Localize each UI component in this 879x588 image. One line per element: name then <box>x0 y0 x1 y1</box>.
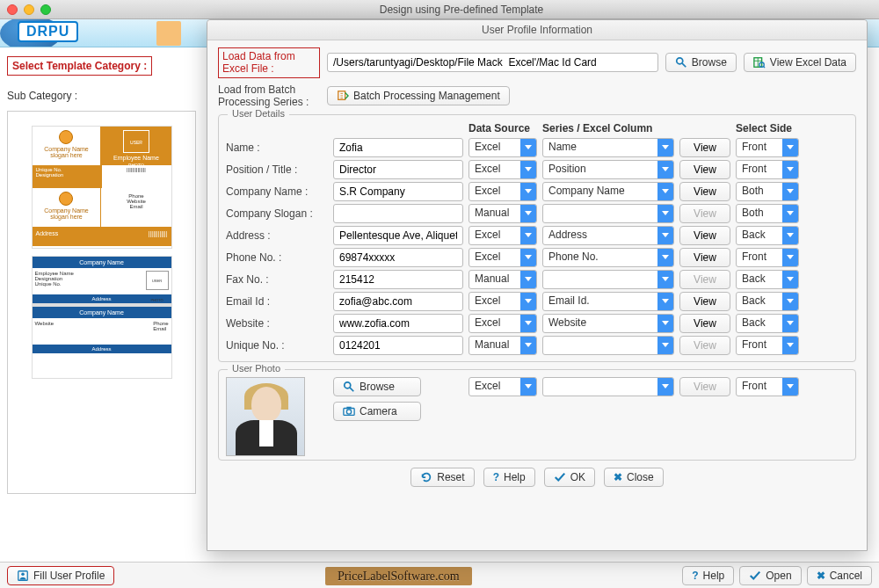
field-value-input[interactable] <box>333 336 463 355</box>
series-column-select[interactable] <box>542 270 674 289</box>
view-button: View <box>679 204 730 223</box>
data-source-select[interactable]: Manual <box>469 204 537 223</box>
template-preview-list[interactable]: Company Nameslogan here USER PHOTOEmploy… <box>7 111 196 494</box>
reset-button[interactable]: Reset <box>410 468 474 487</box>
tmpl-desig: Designation <box>36 172 98 178</box>
series-column-select[interactable]: Email Id. <box>542 292 674 311</box>
select-side-select[interactable]: Back <box>736 314 799 333</box>
footer-help-button[interactable]: ? Help <box>682 566 734 585</box>
data-source-select[interactable]: Excel <box>469 248 537 267</box>
field-value-input[interactable] <box>333 138 463 157</box>
detail-row: Position / Title :ExcelPositionViewFront <box>226 160 848 179</box>
svg-point-14 <box>21 572 25 576</box>
close-window-icon[interactable] <box>7 4 18 15</box>
close-button[interactable]: ✖ Close <box>604 468 664 487</box>
load-excel-label: Load Data from Excel File : <box>218 47 320 78</box>
select-side-select[interactable]: Front <box>736 160 799 179</box>
field-value-input[interactable] <box>333 314 463 333</box>
view-button[interactable]: View <box>679 314 730 333</box>
detail-row: Address :ExcelAddressViewBack <box>226 226 848 245</box>
detail-row: Email Id :ExcelEmail Id.ViewBack <box>226 292 848 311</box>
template-thumbnail-2[interactable]: Company Name Employee NameDesignationUni… <box>32 256 172 379</box>
minimize-window-icon[interactable] <box>24 4 34 15</box>
app-logo: DRPU <box>18 21 78 42</box>
field-label: Fax No. : <box>226 273 328 286</box>
select-side-select[interactable]: Back <box>736 226 799 245</box>
data-source-select[interactable]: Excel <box>469 314 537 333</box>
data-source-select[interactable]: Excel <box>469 226 537 245</box>
field-value-input[interactable] <box>333 270 463 289</box>
view-excel-data-button[interactable]: View Excel Data <box>744 53 856 72</box>
tmpl2-web: Website <box>35 321 54 326</box>
view-button: View <box>679 336 730 355</box>
select-side-select[interactable]: Front <box>736 138 799 157</box>
series-column-select[interactable] <box>542 336 674 355</box>
series-column-select[interactable]: Phone No. <box>542 248 674 267</box>
data-source-select[interactable]: Manual <box>469 270 537 289</box>
series-column-select[interactable]: Website <box>542 314 674 333</box>
photo-side-select[interactable]: Front <box>736 377 799 396</box>
photo-column-select[interactable] <box>542 377 674 396</box>
field-value-input[interactable] <box>333 226 463 245</box>
select-side-select[interactable]: Front <box>736 248 799 267</box>
spreadsheet-search-icon <box>753 56 766 69</box>
series-column-select[interactable] <box>542 204 674 223</box>
field-value-input[interactable] <box>333 292 463 311</box>
field-label: Company Name : <box>226 185 328 198</box>
help-button[interactable]: ? Help <box>483 468 535 487</box>
select-side-select[interactable]: Both <box>736 204 799 223</box>
data-source-select[interactable]: Excel <box>469 292 537 311</box>
user-details-fieldset: User Details Data Source Series / Excel … <box>218 114 856 362</box>
view-button[interactable]: View <box>679 138 730 157</box>
fill-profile-label: Fill User Profile <box>33 570 105 582</box>
field-value-input[interactable] <box>333 204 463 223</box>
select-template-category-label: Select Template Category : <box>7 56 152 76</box>
select-side-select[interactable]: Front <box>736 336 799 355</box>
batch-processing-button[interactable]: Batch Processing Management <box>327 86 510 105</box>
ok-button[interactable]: OK <box>544 468 595 487</box>
browse-label: Browse <box>692 56 727 69</box>
chevron-down-icon <box>657 271 673 288</box>
fill-user-profile-button[interactable]: Fill User Profile <box>7 566 114 585</box>
footer-cancel-button[interactable]: ✖ Cancel <box>807 566 872 585</box>
view-button[interactable]: View <box>679 160 730 179</box>
chevron-down-icon <box>657 227 673 244</box>
view-button[interactable]: View <box>679 182 730 201</box>
dialog-footer: Reset ? Help OK ✖ Close <box>218 461 856 490</box>
view-button[interactable]: View <box>679 292 730 311</box>
field-value-input[interactable] <box>333 248 463 267</box>
template-thumbnail-1[interactable]: Company Nameslogan here USER PHOTOEmploy… <box>32 126 172 249</box>
detail-row: Company Slogan :ManualViewBoth <box>226 204 848 223</box>
chevron-down-icon <box>520 139 536 156</box>
series-column-select[interactable]: Position <box>542 160 674 179</box>
zoom-window-icon[interactable] <box>40 4 51 15</box>
chevron-down-icon <box>657 293 673 310</box>
detail-row: Phone No. :ExcelPhone No.ViewFront <box>226 248 848 267</box>
footer-open-label: Open <box>766 570 791 582</box>
photo-camera-button[interactable]: Camera <box>333 402 421 421</box>
photo-source-select[interactable]: Excel <box>469 377 537 396</box>
select-side-select[interactable]: Both <box>736 182 799 201</box>
select-side-select[interactable]: Back <box>736 270 799 289</box>
field-value-input[interactable] <box>333 160 463 179</box>
photo-browse-button[interactable]: Browse <box>333 377 421 396</box>
field-label: Website : <box>226 317 328 330</box>
view-button[interactable]: View <box>679 226 730 245</box>
data-source-select[interactable]: Excel <box>469 160 537 179</box>
tmpl-slogan: slogan here <box>33 152 101 158</box>
data-source-select[interactable]: Excel <box>469 182 537 201</box>
dialog-title: User Profile Information <box>207 20 867 40</box>
series-column-select[interactable]: Name <box>542 138 674 157</box>
data-source-select[interactable]: Manual <box>469 336 537 355</box>
browse-excel-button[interactable]: Browse <box>665 53 737 72</box>
select-side-select[interactable]: Back <box>736 292 799 311</box>
footer-open-button[interactable]: Open <box>739 566 801 585</box>
chevron-down-icon <box>782 315 798 332</box>
excel-path-input[interactable] <box>327 53 658 72</box>
data-source-select[interactable]: Excel <box>469 138 537 157</box>
series-column-select[interactable]: Company Name <box>542 182 674 201</box>
series-column-select[interactable]: Address <box>542 226 674 245</box>
field-value-input[interactable] <box>333 182 463 201</box>
chevron-down-icon <box>520 161 536 178</box>
view-button[interactable]: View <box>679 248 730 267</box>
